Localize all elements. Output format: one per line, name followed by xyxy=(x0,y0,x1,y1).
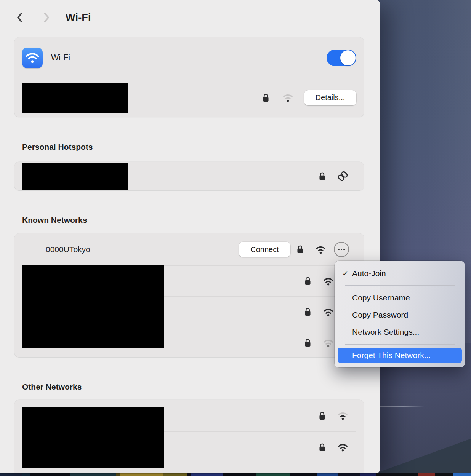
menu-item-copy-username[interactable]: Copy Username xyxy=(338,289,462,306)
section-title-personal-hotspots: Personal Hotspots xyxy=(22,142,93,152)
wifi-signal-icon xyxy=(323,338,334,348)
dock-icon-sliver xyxy=(223,473,256,476)
lock-icon xyxy=(262,93,269,103)
wifi-signal-icon xyxy=(282,93,293,102)
dock-icon-sliver xyxy=(360,473,376,476)
wallpaper-highlight xyxy=(380,406,425,407)
hotspot-row[interactable] xyxy=(14,162,364,190)
wallpaper-shadow-wedge xyxy=(376,424,471,473)
dock-strip xyxy=(0,473,471,476)
redacted-network-names xyxy=(22,265,164,348)
dock-icon-sliver xyxy=(116,473,120,476)
toggle-knob xyxy=(340,50,356,65)
lock-icon xyxy=(304,307,311,317)
menu-item-label: Copy Password xyxy=(352,310,408,319)
current-network-row[interactable]: Details... xyxy=(14,78,364,117)
dock-icon-sliver xyxy=(0,473,22,476)
wifi-signal-icon xyxy=(323,276,334,286)
section-title-other-networks: Other Networks xyxy=(22,382,82,391)
wifi-toggle-row: Wi-Fi xyxy=(14,37,364,78)
dock-icon-sliver xyxy=(30,473,70,476)
lock-icon xyxy=(319,171,326,181)
network-row-0000utokyo[interactable]: 0000UTokyo Connect xyxy=(14,233,364,265)
dock-icon-sliver xyxy=(70,473,116,476)
details-button[interactable]: Details... xyxy=(304,90,356,105)
menu-item-forget-this-network[interactable]: Forget This Network... xyxy=(338,348,462,363)
redacted-network-names xyxy=(22,407,164,468)
connect-button[interactable]: Connect xyxy=(239,242,290,257)
ellipsis-more-button[interactable] xyxy=(334,242,349,257)
lock-icon xyxy=(304,276,311,286)
other-networks-card xyxy=(14,400,364,473)
dock-icon-sliver xyxy=(338,473,360,476)
wifi-signal-icon xyxy=(323,307,334,317)
dock-icon-sliver xyxy=(290,473,317,476)
wifi-signal-icon xyxy=(315,245,326,254)
wifi-signal-icon xyxy=(337,442,348,452)
lock-icon xyxy=(319,442,326,452)
menu-item-copy-password[interactable]: Copy Password xyxy=(338,306,462,323)
forward-chevron-icon[interactable] xyxy=(42,11,51,24)
lock-icon xyxy=(319,411,326,421)
menu-item-auto-join[interactable]: ✓ Auto-Join xyxy=(338,265,462,282)
dock-icon-sliver xyxy=(191,473,223,476)
redacted-network-name xyxy=(22,83,128,113)
page-title: Wi-Fi xyxy=(66,12,91,24)
redacted-network-name xyxy=(22,163,128,190)
checkmark-icon: ✓ xyxy=(342,269,352,278)
menu-item-label: Network Settings... xyxy=(352,327,419,337)
menu-item-label: Forget This Network... xyxy=(352,351,431,360)
personal-hotspots-card xyxy=(14,162,364,190)
dock-icon-sliver xyxy=(376,473,418,476)
dock-icon-sliver xyxy=(435,473,453,476)
dock-icon-sliver xyxy=(22,473,30,476)
dock-icon-sliver xyxy=(453,473,471,476)
system-settings-window: Wi-Fi Wi-Fi Details... Personal Hotspots xyxy=(0,0,380,473)
wifi-app-icon xyxy=(22,48,43,68)
section-title-known-networks: Known Networks xyxy=(22,216,87,225)
personal-hotspot-link-icon xyxy=(337,171,348,182)
network-context-menu: ✓ Auto-Join Copy Username Copy Password … xyxy=(335,261,465,367)
wifi-label: Wi-Fi xyxy=(51,53,70,62)
dock-icon-sliver xyxy=(163,473,187,476)
menu-item-network-settings[interactable]: Network Settings... xyxy=(338,323,462,340)
wifi-card: Wi-Fi Details... xyxy=(14,37,364,117)
wifi-signal-icon xyxy=(337,411,348,420)
known-networks-card: 0000UTokyo Connect xyxy=(14,233,364,357)
menu-divider xyxy=(345,285,455,286)
wifi-toggle[interactable] xyxy=(327,50,356,66)
back-chevron-icon[interactable] xyxy=(15,11,24,24)
nav-bar: Wi-Fi xyxy=(15,11,91,24)
lock-icon xyxy=(296,244,304,254)
network-name: 0000UTokyo xyxy=(46,245,90,254)
dock-icon-sliver xyxy=(317,473,338,476)
menu-item-label: Auto-Join xyxy=(352,269,386,278)
dock-icon-sliver xyxy=(418,473,435,476)
menu-item-label: Copy Username xyxy=(352,293,410,302)
menu-divider xyxy=(345,344,455,345)
dock-icon-sliver xyxy=(187,473,191,476)
lock-icon xyxy=(304,338,311,348)
dock-icon-sliver xyxy=(120,473,163,476)
dock-icon-sliver xyxy=(256,473,290,476)
